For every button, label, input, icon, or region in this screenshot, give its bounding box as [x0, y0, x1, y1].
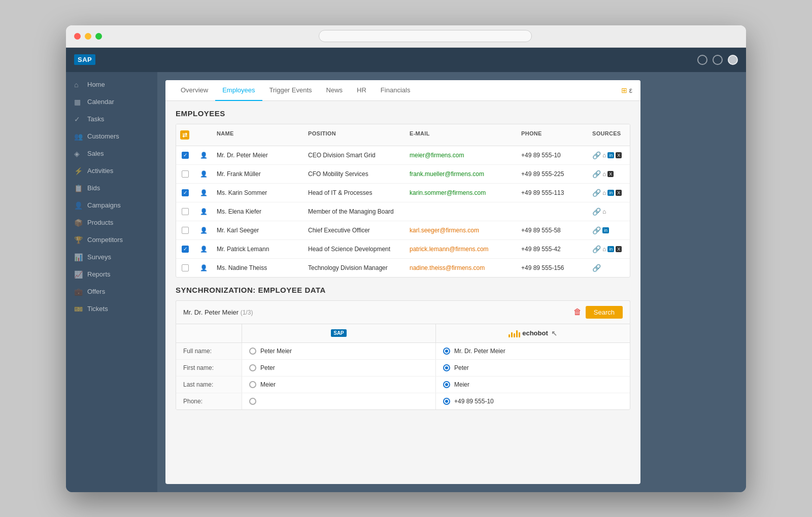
row3-home-icon[interactable]: ⌂: [602, 189, 606, 196]
tab-overview[interactable]: Overview: [174, 80, 215, 101]
row4-link-icon[interactable]: 🔗: [592, 208, 601, 216]
row7-checkbox-cell[interactable]: [176, 262, 194, 273]
sync-echobot-phone-value: +49 89 555-10: [454, 398, 494, 405]
row4-checkbox-cell[interactable]: [176, 206, 194, 217]
sync-echobot-phone[interactable]: +49 89 555-10: [436, 393, 630, 409]
row2-home-icon[interactable]: ⌂: [602, 170, 606, 178]
row7-email: nadine.theiss@firmens.com: [405, 262, 517, 273]
row2-position: CFO Mobility Services: [304, 168, 405, 180]
sidebar-item-bids[interactable]: 📋 Bids: [66, 180, 157, 197]
row1-position: CEO Division Smart Grid: [304, 150, 405, 161]
row5-phone: +49 89 555-58: [517, 225, 588, 236]
tab-employees[interactable]: Employees: [215, 80, 262, 101]
header-circle-2[interactable]: [713, 55, 723, 65]
row3-checkbox-cell[interactable]: [176, 187, 194, 198]
row3-checkbox[interactable]: [182, 189, 189, 196]
sync-echobot-firstname-radio[interactable]: [443, 364, 450, 371]
home-icon: ⌂: [74, 81, 82, 89]
sidebar-item-tasks[interactable]: ✓ Tasks: [66, 111, 157, 128]
tab-financials[interactable]: Financials: [374, 80, 418, 101]
row1-linkedin-icon[interactable]: in: [607, 152, 614, 158]
sidebar-item-activities[interactable]: ⚡ Activities: [66, 162, 157, 180]
row6-checkbox-cell[interactable]: [176, 244, 194, 255]
swap-icon[interactable]: ⇄: [180, 130, 189, 140]
row1-xing-icon[interactable]: X: [616, 152, 622, 158]
row2-checkbox-cell[interactable]: [176, 168, 194, 180]
row6-xing-icon[interactable]: X: [616, 246, 622, 252]
sync-sap-lastname[interactable]: Meier: [242, 376, 436, 393]
sync-echobot-fullname[interactable]: Mr. Dr. Peter Meier: [436, 343, 630, 359]
row5-linkedin-icon[interactable]: in: [602, 227, 609, 233]
right-sidebar: [647, 80, 738, 484]
sync-echobot-firstname[interactable]: Peter: [436, 360, 630, 376]
products-icon: 📦: [74, 219, 82, 227]
row6-linkedin-icon[interactable]: in: [607, 246, 614, 252]
row3-link-icon[interactable]: 🔗: [592, 189, 601, 197]
row4-home-icon[interactable]: ⌂: [602, 208, 606, 215]
sidebar-item-home[interactable]: ⌂ Home: [66, 76, 157, 93]
row5-position: Chief Executive Officer: [304, 225, 405, 236]
close-window-button[interactable]: [74, 33, 81, 40]
row4-checkbox[interactable]: [182, 208, 189, 215]
row1-home-icon[interactable]: ⌂: [602, 152, 606, 159]
row6-link-icon[interactable]: 🔗: [592, 245, 601, 253]
sidebar-item-tickets[interactable]: 🎫 Tickets: [66, 300, 157, 318]
sync-delete-button[interactable]: 🗑: [573, 307, 582, 317]
row6-checkbox[interactable]: [182, 246, 189, 253]
row2-checkbox[interactable]: [182, 170, 189, 178]
tab-hr[interactable]: HR: [350, 80, 374, 101]
address-bar-input[interactable]: [319, 30, 532, 42]
header-circle-1[interactable]: [697, 55, 707, 65]
sync-echobot-lastname-radio[interactable]: [443, 381, 450, 388]
mac-window: SAP ⌂ Home ▦ Calendar ✓: [66, 25, 746, 492]
row3-xing-icon[interactable]: X: [616, 190, 622, 196]
app-body: ⌂ Home ▦ Calendar ✓ Tasks 👥 Customers ◈: [66, 72, 746, 492]
sidebar-item-campaigns[interactable]: 👤 Campaigns: [66, 197, 157, 214]
sidebar-item-competitors[interactable]: 🏆 Competitors: [66, 231, 157, 249]
row7-checkbox[interactable]: [182, 264, 189, 271]
sync-search-button[interactable]: Search: [586, 306, 623, 319]
row1-checkbox[interactable]: [182, 152, 189, 159]
row5-checkbox[interactable]: [182, 227, 189, 234]
row5-sources: 🔗 in: [588, 224, 630, 236]
sync-sap-firstname[interactable]: Peter: [242, 360, 436, 376]
sidebar-item-surveys[interactable]: 📊 Surveys: [66, 249, 157, 266]
header-circle-3[interactable]: [728, 55, 738, 65]
sync-sap-fullname-radio[interactable]: [249, 348, 256, 355]
sidebar-item-calendar[interactable]: ▦ Calendar: [66, 93, 157, 111]
sidebar-item-offers[interactable]: 💼 Offers: [66, 283, 157, 300]
sync-sap-phone[interactable]: [242, 393, 436, 409]
sidebar-item-customers[interactable]: 👥 Customers: [66, 128, 157, 145]
tab-news[interactable]: News: [319, 80, 350, 101]
sync-echobot-lastname[interactable]: Meier: [436, 376, 630, 393]
echobot-bar-1: [509, 334, 510, 337]
sync-echobot-phone-radio[interactable]: [443, 398, 450, 405]
sync-sap-lastname-radio[interactable]: [249, 381, 256, 388]
row2-person-icon: 👤: [194, 168, 213, 180]
row1-checkbox-cell[interactable]: [176, 150, 194, 161]
row5-checkbox-cell[interactable]: [176, 225, 194, 236]
sap-logo-small: SAP: [331, 329, 347, 337]
sync-label-phone: Phone:: [176, 393, 242, 409]
sync-label-firstname: First name:: [176, 360, 242, 376]
col-position: POSITION: [304, 128, 405, 142]
sidebar-item-reports[interactable]: 📈 Reports: [66, 266, 157, 283]
sidebar-item-sales[interactable]: ◈ Sales: [66, 145, 157, 162]
row1-link-icon[interactable]: 🔗: [592, 151, 601, 159]
sync-sap-phone-radio[interactable]: [249, 398, 256, 405]
row3-person-icon: 👤: [194, 187, 213, 198]
row2-link-icon[interactable]: 🔗: [592, 170, 601, 178]
sync-section: SYNCHRONIZATION: EMPLOYEE DATA Mr. Dr. P…: [165, 286, 640, 418]
sync-sap-fullname[interactable]: Peter Meier: [242, 343, 436, 359]
row3-linkedin-icon[interactable]: in: [607, 190, 614, 196]
sidebar-item-products[interactable]: 📦 Products: [66, 214, 157, 231]
sync-sap-firstname-radio[interactable]: [249, 364, 256, 371]
row2-xing-icon[interactable]: X: [607, 171, 614, 177]
maximize-window-button[interactable]: [95, 33, 102, 40]
row6-home-icon[interactable]: ⌂: [602, 246, 606, 253]
tab-trigger-events[interactable]: Trigger Events: [262, 80, 319, 101]
row5-link-icon[interactable]: 🔗: [592, 226, 601, 234]
sync-echobot-fullname-radio[interactable]: [443, 348, 450, 355]
minimize-window-button[interactable]: [85, 33, 91, 40]
row7-link-icon[interactable]: 🔗: [592, 264, 601, 272]
